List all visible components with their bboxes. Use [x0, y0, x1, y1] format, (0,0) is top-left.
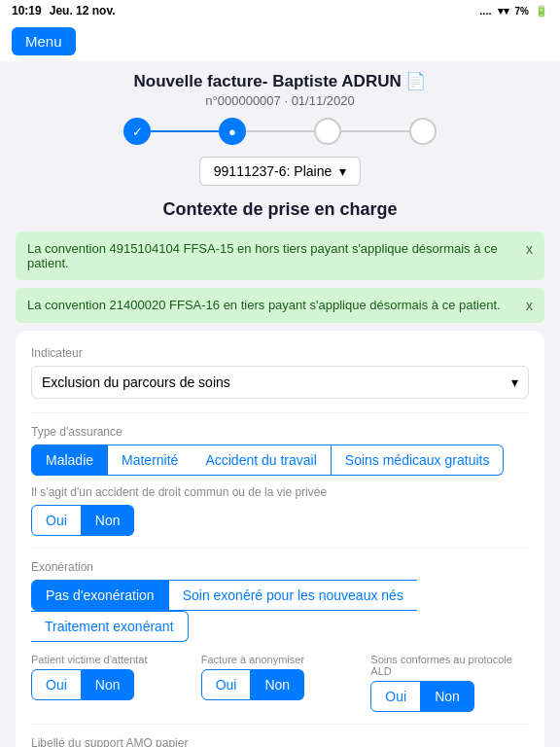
- divider-1: [31, 412, 529, 413]
- soins-conformes-col: Soins conformes au protocole ALD Oui Non: [370, 654, 529, 712]
- type-assurance-soins[interactable]: Soins médicaux gratuits: [332, 445, 505, 476]
- status-day: Jeu. 12 nov.: [50, 4, 116, 18]
- facture-anonymiser-oui[interactable]: Oui: [201, 669, 252, 700]
- exoneration-pas[interactable]: Pas d'exonération: [31, 580, 169, 611]
- signal-icon: ....: [479, 5, 491, 17]
- alert-banner-2: La convention 21400020 FFSA-16 en tiers …: [16, 288, 544, 323]
- soins-conformes-oui[interactable]: Oui: [370, 681, 421, 712]
- step-line-2: [246, 130, 314, 132]
- facture-anonymiser-col: Facture à anonymiser Oui Non: [201, 654, 360, 700]
- step-2: ●: [219, 118, 246, 145]
- soins-conformes-group: Oui Non: [370, 681, 529, 712]
- invoice-subtitle: n°000000007 · 01/11/2020: [16, 93, 544, 108]
- libelle-label: Libellé du support AMO papier: [31, 736, 529, 747]
- invoice-title: Nouvelle facture- Baptiste ADRUN 📄: [16, 71, 544, 91]
- soins-conformes-label: Soins conformes au protocole ALD: [370, 654, 529, 677]
- exoneration-nouveaux-nes[interactable]: Soin exonéré pour les nouveaux nés: [169, 580, 417, 611]
- status-time: 10:19: [12, 4, 42, 18]
- divider-3: [31, 724, 529, 725]
- accident-group: Oui Non: [31, 505, 529, 536]
- accident-oui[interactable]: Oui: [31, 505, 82, 536]
- wifi-icon: ▾▾: [498, 5, 509, 18]
- patient-victime-oui[interactable]: Oui: [31, 669, 82, 700]
- exoneration-group: Pas d'exonération Soin exonéré pour les …: [31, 580, 529, 642]
- alert-text-2: La convention 21400020 FFSA-16 en tiers …: [27, 298, 501, 312]
- exoneration-label: Exonération: [31, 560, 529, 574]
- patient-victime-col: Patient victime d'attentat Oui Non: [31, 654, 190, 700]
- step-1: ✓: [123, 118, 151, 145]
- type-assurance-maternite[interactable]: Maternité: [108, 445, 192, 476]
- alert-banner-1: La convention 4915104104 FFSA-15 en hors…: [16, 231, 544, 280]
- type-assurance-accident[interactable]: Accident du travail: [192, 445, 331, 476]
- step-4: [409, 118, 437, 145]
- indicateur-dropdown[interactable]: Exclusion du parcours de soins ▾: [31, 366, 529, 399]
- type-assurance-group: Maladie Maternité Accident du travail So…: [31, 445, 529, 476]
- patient-dropdown-container: 99111237-6: Plaine ▾: [16, 157, 544, 186]
- patient-victime-group: Oui Non: [31, 669, 190, 700]
- accident-label: Il s'agit d'un accident de droit commun …: [31, 485, 529, 499]
- facture-anonymiser-label: Facture à anonymiser: [201, 654, 360, 665]
- alert-close-2[interactable]: x: [526, 298, 533, 313]
- step-3: [314, 118, 341, 145]
- step-line-3: [341, 130, 409, 132]
- chevron-down-icon: ▾: [339, 163, 346, 179]
- indicateur-label: Indicateur: [31, 346, 529, 360]
- type-assurance-label: Type d'assurance: [31, 425, 529, 439]
- exoneration-traitement[interactable]: Traitement exonérant: [31, 611, 189, 642]
- form-card: Indicateur Exclusion du parcours de soin…: [16, 331, 544, 747]
- type-assurance-maladie[interactable]: Maladie: [31, 445, 108, 476]
- soins-conformes-non[interactable]: Non: [421, 681, 474, 712]
- document-icon: 📄: [405, 72, 426, 90]
- battery-indicator: 7%: [515, 6, 529, 17]
- accident-non[interactable]: Non: [82, 505, 135, 536]
- facture-anonymiser-non[interactable]: Non: [251, 669, 304, 700]
- section-title: Contexte de prise en charge: [16, 199, 544, 220]
- patient-victime-non[interactable]: Non: [82, 669, 135, 700]
- alert-close-1[interactable]: x: [526, 241, 533, 257]
- header-bar: Menu: [0, 21, 560, 61]
- stepper: ✓ ●: [16, 118, 544, 145]
- chevron-down-icon: ▾: [511, 374, 518, 390]
- divider-2: [31, 548, 529, 549]
- main-content: Nouvelle facture- Baptiste ADRUN 📄 n°000…: [0, 61, 560, 747]
- menu-button[interactable]: Menu: [12, 27, 76, 55]
- patient-victime-label: Patient victime d'attentat: [31, 654, 190, 665]
- battery-icon: 🔋: [535, 5, 548, 18]
- alert-text-1: La convention 4915104104 FFSA-15 en hors…: [27, 241, 518, 270]
- facture-anonymiser-group: Oui Non: [201, 669, 360, 700]
- sub-row-options: Patient victime d'attentat Oui Non Factu…: [31, 654, 529, 712]
- patient-dropdown[interactable]: 99111237-6: Plaine ▾: [199, 157, 361, 186]
- status-bar: 10:19 Jeu. 12 nov. .... ▾▾ 7% 🔋: [0, 0, 560, 21]
- step-line-1: [151, 130, 219, 132]
